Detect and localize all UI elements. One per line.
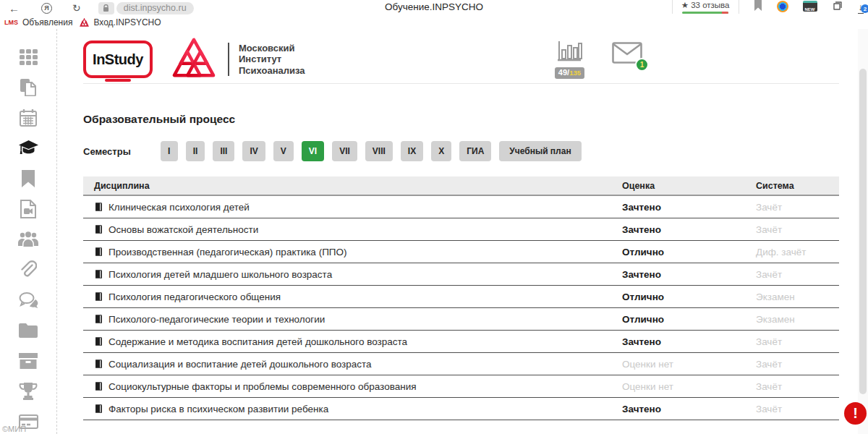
bookmark-announcements[interactable]: LMS Объявления bbox=[4, 17, 72, 27]
reviews-progress-bar bbox=[682, 12, 728, 14]
grade-value: Зачтено bbox=[622, 269, 756, 280]
back-icon[interactable]: ← bbox=[9, 3, 20, 14]
semester-button-III[interactable]: III bbox=[213, 141, 234, 161]
collections-icon[interactable] bbox=[832, 0, 843, 11]
site-header: InStudy Московский Институт Психоана bbox=[83, 29, 839, 84]
extension-circle-icon[interactable] bbox=[777, 1, 788, 12]
semester-button-II[interactable]: II bbox=[186, 141, 205, 161]
group-icon bbox=[18, 231, 38, 247]
semester-button-VII[interactable]: VII bbox=[332, 141, 357, 161]
grade-value: Зачтено bbox=[622, 224, 756, 235]
mip-triangles-logo bbox=[171, 37, 216, 82]
bookmark-login-inpsycho[interactable]: Вход.INPSYCHO bbox=[80, 17, 161, 27]
semesters-label: Семестры bbox=[83, 146, 131, 157]
institute-name: Московский Институт Психоанализа bbox=[228, 43, 305, 77]
grade-value: Оценки нет bbox=[622, 381, 756, 392]
sidebar-item-files[interactable] bbox=[19, 321, 38, 339]
semester-button-ГИА[interactable]: ГИА bbox=[459, 141, 491, 161]
sidebar-item-group[interactable] bbox=[19, 230, 38, 248]
semester-buttons: IIIIIIIVVVIVIIVIIIIXXГИАУчебный план bbox=[161, 141, 582, 161]
discipline-name: Психология детей младшего школьного возр… bbox=[109, 269, 332, 280]
discipline-name: Социализация и воспитание детей дошкольн… bbox=[109, 359, 372, 370]
semester-button-Учебный-план[interactable]: Учебный план bbox=[499, 141, 581, 161]
book-icon bbox=[94, 269, 103, 279]
alert-notification-icon[interactable]: ! bbox=[844, 402, 867, 425]
column-grade: Оценка bbox=[622, 181, 756, 191]
copyright-label: ©МИП bbox=[2, 425, 26, 433]
table-row[interactable]: Социализация и воспитание детей дошкольн… bbox=[83, 353, 839, 375]
book-icon bbox=[94, 381, 103, 391]
table-row[interactable]: Психология детей младшего школьного возр… bbox=[83, 263, 839, 286]
page: ©МИП InStudy Московск bbox=[0, 29, 868, 434]
bar-chart-icon bbox=[556, 40, 582, 66]
chat-icon bbox=[19, 292, 38, 308]
scrollbar[interactable] bbox=[858, 22, 868, 434]
refresh-icon[interactable]: ↻ bbox=[72, 3, 81, 13]
system-value: Экзамен bbox=[756, 292, 839, 302]
system-value: Зачёт bbox=[756, 269, 839, 280]
book-icon bbox=[94, 404, 103, 414]
paperclip-icon bbox=[20, 260, 37, 278]
progress-stats-button[interactable]: 49/135 bbox=[555, 40, 584, 79]
sidebar-item-bookmarks[interactable] bbox=[19, 169, 38, 187]
table-body: Клиническая психология детей Зачтено Зач… bbox=[83, 196, 839, 420]
lock-icon[interactable] bbox=[98, 2, 114, 14]
semester-button-IX[interactable]: IX bbox=[401, 141, 423, 161]
semester-button-V[interactable]: V bbox=[273, 141, 294, 161]
reviews-widget[interactable]: ★ 33 отзыва bbox=[672, 0, 739, 14]
sidebar-item-education[interactable] bbox=[19, 139, 38, 157]
table-row[interactable]: Клиническая психология детей Зачтено Зач… bbox=[83, 196, 839, 218]
sidebar-item-video[interactable] bbox=[19, 200, 38, 218]
table-row[interactable]: Факторы риска в психическом развитии реб… bbox=[83, 398, 839, 420]
semester-button-X[interactable]: X bbox=[431, 141, 451, 161]
system-value: Зачёт bbox=[756, 359, 839, 370]
semester-button-IV[interactable]: IV bbox=[242, 141, 265, 161]
table-row[interactable]: Основы вожатской деятельности Зачтено За… bbox=[83, 218, 839, 241]
graduation-cap-icon bbox=[18, 140, 39, 157]
archive-icon bbox=[19, 353, 38, 369]
sidebar-item-dashboard[interactable] bbox=[19, 48, 38, 66]
book-icon bbox=[94, 202, 103, 212]
semester-button-VIII[interactable]: VIII bbox=[365, 141, 393, 161]
page-title: Образовательный процесс bbox=[83, 113, 839, 126]
book-icon bbox=[94, 314, 103, 324]
system-value: Зачёт bbox=[756, 224, 839, 235]
sidebar-item-achievements[interactable] bbox=[19, 382, 38, 400]
table-row[interactable]: Производственная (педагогическая) практи… bbox=[83, 241, 839, 263]
sidebar-item-archive[interactable] bbox=[19, 352, 38, 370]
sidebar-item-attachments[interactable] bbox=[19, 260, 38, 278]
scrollbar-thumb[interactable] bbox=[859, 69, 867, 394]
semester-button-I[interactable]: I bbox=[161, 141, 178, 161]
bookmark-flag-icon[interactable] bbox=[754, 0, 762, 11]
book-icon bbox=[94, 224, 103, 234]
downloads-button[interactable]: ↓ 2 bbox=[858, 0, 864, 13]
table-row[interactable]: Психолого-педагогические теории и технол… bbox=[83, 308, 839, 331]
url-field[interactable]: dist.inpsycho.ru bbox=[116, 2, 194, 14]
grade-value: Зачтено bbox=[622, 336, 756, 347]
system-value: Зачёт bbox=[756, 404, 839, 414]
video-file-icon bbox=[20, 200, 36, 218]
mail-button[interactable]: 1 bbox=[612, 42, 642, 67]
instudy-logo[interactable]: InStudy bbox=[83, 41, 153, 78]
sidebar-item-messages[interactable] bbox=[19, 291, 38, 309]
grade-value: Отлично bbox=[622, 292, 756, 302]
discipline-name: Основы вожатской деятельности bbox=[109, 224, 258, 235]
semester-selector: Семестры IIIIIIIVVVIVIIVIIIIXXГИАУчебный… bbox=[83, 141, 839, 161]
sidebar-item-calendar[interactable] bbox=[19, 109, 38, 127]
table-row[interactable]: Социокультурные факторы и проблемы совре… bbox=[83, 375, 839, 398]
sidebar-item-documents[interactable] bbox=[19, 78, 38, 96]
bookmarks-bar: LMS Объявления Вход.INPSYCHO bbox=[0, 16, 868, 29]
yandex-mode-icon[interactable]: Я bbox=[41, 3, 52, 14]
mail-count-badge: 1 bbox=[635, 58, 649, 72]
grades-table: Дисциплина Оценка Система Клиническая пс… bbox=[83, 176, 839, 420]
table-row[interactable]: Психология педагогического общения Отлич… bbox=[83, 286, 839, 308]
grade-value: Зачтено bbox=[622, 404, 756, 414]
calendar-icon bbox=[20, 109, 37, 127]
main-content: InStudy Московский Институт Психоана bbox=[57, 29, 868, 434]
extension-new-icon[interactable]: NEW bbox=[803, 1, 817, 12]
grade-value: Зачтено bbox=[622, 202, 756, 213]
book-icon bbox=[94, 336, 103, 346]
table-row[interactable]: Содержание и методика воспитания детей д… bbox=[83, 331, 839, 353]
semester-button-VI[interactable]: VI bbox=[302, 141, 324, 161]
folder-icon bbox=[19, 323, 38, 338]
